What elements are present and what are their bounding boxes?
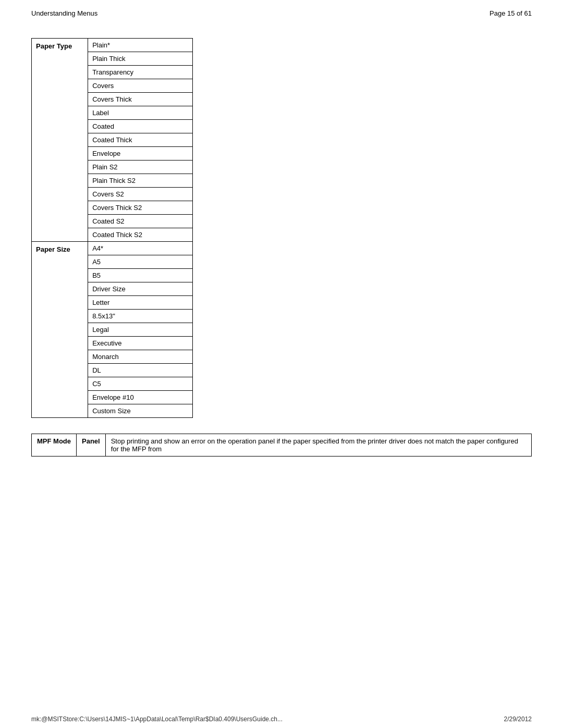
- bottom-table: MPF Mode Panel Stop printing and show an…: [31, 434, 532, 456]
- paper-size-item-9: DL: [88, 364, 193, 377]
- page-footer: mk:@MSITStore:C:\Users\14JMIS~1\AppData\…: [0, 715, 563, 723]
- paper-type-item-10: Plain Thick S2: [88, 174, 193, 188]
- paper-type-item-11: Covers S2: [88, 188, 193, 201]
- footer-date: 2/29/2012: [504, 715, 532, 723]
- paper-type-item-5: Label: [88, 106, 193, 120]
- paper-size-item-5: 8.5x13": [88, 310, 193, 323]
- paper-size-item-6: Legal: [88, 323, 193, 337]
- paper-type-item-12: Covers Thick S2: [88, 201, 193, 215]
- paper-size-item-11: Envelope #10: [88, 391, 193, 404]
- paper-size-label: Paper Size: [32, 242, 88, 418]
- paper-type-item-1: Plain Thick: [88, 52, 193, 66]
- paper-type-item-9: Plain S2: [88, 161, 193, 174]
- bottom-table-row: MPF Mode Panel Stop printing and show an…: [32, 434, 532, 456]
- page-number: Page 15 of 61: [489, 9, 532, 17]
- footer-path: mk:@MSITStore:C:\Users\14JMIS~1\AppData\…: [31, 715, 283, 723]
- paper-size-item-7: Executive: [88, 337, 193, 350]
- paper-size-item-3: Driver Size: [88, 282, 193, 296]
- paper-size-item-12: Custom Size: [88, 404, 193, 418]
- paper-type-item-4: Covers Thick: [88, 93, 193, 106]
- paper-type-item-7: Coated Thick: [88, 133, 193, 147]
- paper-type-item-6: Coated: [88, 120, 193, 133]
- paper-size-item-10: C5: [88, 377, 193, 391]
- paper-type-item-3: Covers: [88, 79, 193, 93]
- panel-label: Panel: [77, 434, 106, 456]
- paper-size-item-4: Letter: [88, 296, 193, 310]
- menu-table: Paper Type Plain* Plain Thick Transparen…: [31, 38, 193, 418]
- paper-type-item-0: Plain*: [88, 39, 193, 52]
- page-title-left: Understanding Menus: [31, 9, 97, 17]
- paper-size-item-0: A4*: [88, 242, 193, 255]
- paper-type-group-header: Paper Type Plain*: [32, 39, 193, 52]
- paper-type-label: Paper Type: [32, 39, 88, 242]
- paper-type-item-2: Transparency: [88, 66, 193, 79]
- paper-size-item-2: B5: [88, 269, 193, 282]
- paper-type-item-8: Envelope: [88, 147, 193, 161]
- paper-type-item-13: Coated S2: [88, 215, 193, 228]
- paper-size-item-8: Monarch: [88, 350, 193, 364]
- mpf-mode-label: MPF Mode: [32, 434, 77, 456]
- mpf-mode-description: Stop printing and show an error on the o…: [105, 434, 531, 456]
- paper-type-item-14: Coated Thick S2: [88, 228, 193, 242]
- paper-size-group-header: Paper Size A4*: [32, 242, 193, 255]
- paper-size-item-1: A5: [88, 255, 193, 269]
